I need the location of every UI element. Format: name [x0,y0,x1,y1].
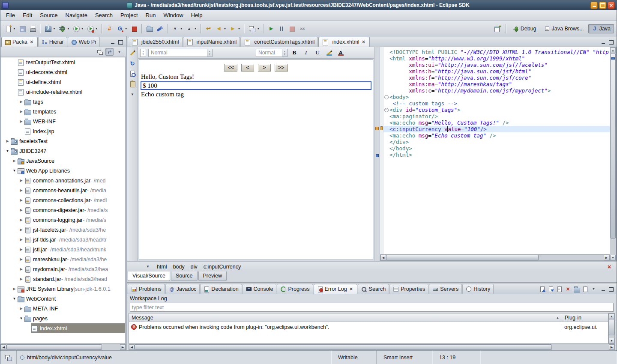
source-line[interactable]: xmlns:ui="http://java.sun.com/jsf/facele… [383,62,610,68]
vpe-show-options-icon[interactable] [129,80,136,88]
page-tab-source[interactable]: Source [171,272,198,281]
maximize-view-icon[interactable] [608,286,615,292]
tree-item[interactable]: commons-digester.jar - /media/s [1,205,125,215]
selected-input-currency-element[interactable]: $ 100 [141,81,371,90]
minimize-view-icon[interactable] [599,286,607,292]
view-tab-declaration[interactable]: Declaration [200,284,242,294]
view-tab-javadoc[interactable]: Javadoc [165,284,200,294]
dropdown-arrow-icon[interactable] [53,27,56,30]
resume-button[interactable] [266,23,276,34]
log-filter-input[interactable] [130,303,614,312]
perspective-java[interactable]: Java [588,24,614,33]
table-row[interactable]: Problems occurred when invoking code fro… [129,322,608,332]
open-perspective-button[interactable] [492,23,503,34]
combo-spinner-icon[interactable] [282,49,287,57]
create-web-service-button[interactable] [115,23,129,34]
maximize-view-icon[interactable] [608,39,615,45]
menu-window[interactable]: Window [159,10,187,20]
dropdown-arrow-icon[interactable] [125,27,128,30]
scrollbar-track[interactable] [386,255,604,260]
collapsed-arrow-icon[interactable] [5,139,10,143]
italic-button[interactable]: I [301,48,311,57]
scrollbar-track[interactable] [135,344,609,350]
back-button[interactable] [214,23,228,34]
horizontal-scrollbar[interactable] [0,344,126,350]
scrollbar-thumb[interactable] [135,344,552,350]
minimize-window-icon[interactable] [590,2,598,9]
path-item-body[interactable]: body [173,264,185,270]
path-item-html[interactable]: html [157,264,167,270]
dropdown-arrow-icon[interactable] [95,27,98,30]
dropdown-arrow-icon[interactable] [257,27,260,30]
menu-run[interactable]: Run [142,10,160,20]
menu-project[interactable]: Project [117,10,141,20]
style-spinner[interactable] [140,49,146,57]
collapsed-arrow-icon[interactable] [12,159,17,163]
selection-bar-error-icon[interactable] [606,264,612,270]
editor-tab-inputname-xhtml[interactable]: inputName.xhtml [183,37,240,47]
hello-text[interactable]: Hello, Custom Tags! [139,73,373,81]
new-java-project-button[interactable] [43,23,57,34]
source-line[interactable]: <!DOCTYPE html PUBLIC "-//W3C//DTD XHTML… [383,49,610,55]
last-edit-location-button[interactable] [204,23,214,34]
scrollbar-thumb[interactable] [6,344,102,350]
collapsed-arrow-icon[interactable] [18,179,24,182]
tree-item[interactable]: ui-include-relative.xhtml [1,87,125,97]
vpe-preferences-icon[interactable] [129,49,136,57]
tree-item[interactable]: ui-define.xhtml [1,77,125,87]
view-tab-history[interactable]: History [462,284,494,294]
vpe-refresh-icon[interactable] [129,60,136,67]
remove-terminated-button[interactable] [297,23,307,34]
tree-item[interactable]: commons-logging.jar - /media/s [1,215,125,225]
source-line[interactable]: </html> [383,152,610,158]
tree-item[interactable]: commons-beanutils.jar - /media [1,185,125,195]
vpe-menu-chevron-icon[interactable] [129,90,136,98]
underline-button[interactable]: U [313,48,322,57]
tree-item[interactable]: mareshkau.jar - /media/sda3/he [1,254,125,264]
restore-log-icon[interactable] [581,285,589,292]
menu-file[interactable]: File [2,10,19,20]
dropdown-arrow-icon[interactable] [180,27,183,30]
vertical-scrollbar[interactable] [610,47,616,261]
view-tab-error-log[interactable]: Error Log [314,284,357,294]
menu-edit[interactable]: Edit [19,10,36,20]
source-line[interactable]: <html xmlns="http://www.w3.org/1999/xhtm… [383,55,610,62]
dropdown-arrow-icon[interactable] [224,27,227,30]
tree-item[interactable]: JavaSource [1,156,125,166]
pin-editor-button[interactable] [247,23,261,34]
tree-item[interactable]: mydomain.jar - /media/sda3/hea [1,264,125,274]
tree-item[interactable]: index.jsp [1,126,125,136]
dropdown-arrow-icon[interactable] [194,27,197,30]
collapsed-arrow-icon[interactable] [18,228,24,232]
tree-item[interactable]: testOutputText.xhtml [1,57,125,67]
tree-item[interactable]: index.xhtml [1,323,125,333]
clear-log-icon[interactable] [555,285,563,292]
echo-text[interactable]: Echo custom tag [139,90,373,98]
tree-item[interactable]: ui-decorate.xhtml [1,67,125,77]
menu-help[interactable]: Help [187,10,207,20]
maximize-window-icon[interactable] [599,2,606,9]
tree-item[interactable]: commons-collections.jar - /medi [1,195,125,205]
bold-button[interactable]: B [290,48,299,57]
collapsed-arrow-icon[interactable] [12,287,17,291]
source-line[interactable]: <div id="custom_tags"> [383,107,610,113]
source-editor[interactable]: <!DOCTYPE html PUBLIC "-//W3C//DTD XHTML… [380,47,610,254]
source-line[interactable]: <ma:paginator/> [383,113,610,119]
editor-sash[interactable] [374,47,380,261]
paginator-button-2[interactable]: > [258,64,271,72]
dropdown-arrow-icon[interactable] [550,287,553,290]
debug-button[interactable] [57,23,71,34]
tree-item[interactable]: common-annotations.jar - /med [1,176,125,185]
close-tab-icon[interactable] [29,39,34,45]
collapse-all-icon[interactable] [96,48,104,56]
source-line[interactable]: <body> [383,94,610,100]
scroll-arrow-icon[interactable] [610,255,616,260]
link-with-editor-icon[interactable] [105,48,114,56]
collapsed-arrow-icon[interactable] [18,110,24,113]
view-tab-console[interactable]: Console [243,284,277,294]
previous-annotation-button[interactable] [184,23,198,34]
collapsed-arrow-icon[interactable] [18,188,24,192]
create-jsf-page-button[interactable] [105,23,115,34]
collapsed-arrow-icon[interactable] [18,238,24,242]
dropdown-arrow-icon[interactable] [237,27,240,30]
